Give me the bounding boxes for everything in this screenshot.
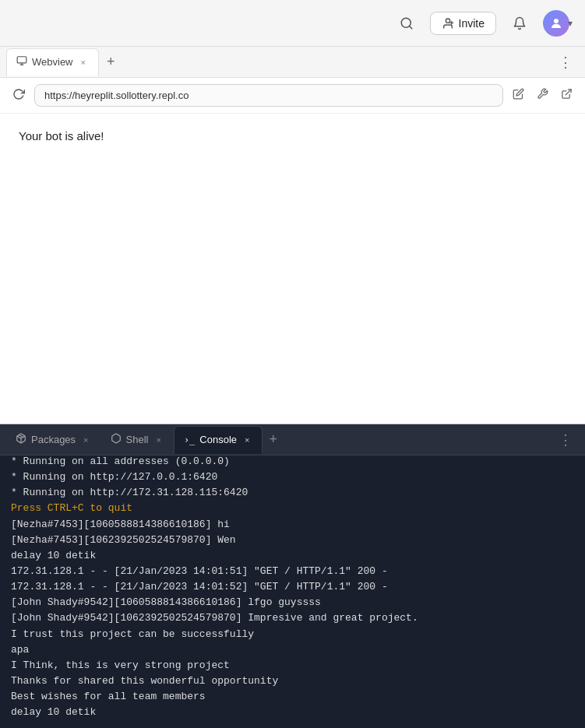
invite-button[interactable]: Invite [430, 12, 496, 35]
svg-point-2 [446, 19, 449, 23]
shell-tab-close[interactable]: × [153, 434, 164, 446]
svg-line-9 [566, 90, 571, 95]
webview-more-button[interactable]: ⋮ [552, 54, 579, 71]
terminal-line: I Think, this is very strong project [11, 658, 574, 673]
terminal-line: delay 10 detik [11, 548, 574, 564]
console-tab-close[interactable]: × [241, 434, 252, 446]
webview-tab-icon [16, 55, 27, 69]
terminal-line: 172.31.128.1 - - [21/Jan/2023 14:01:51] … [11, 564, 574, 579]
terminal-area: Packages × Shell × ›_ Console × + ⋮ [0, 424, 585, 728]
edit-url-button[interactable] [509, 85, 527, 106]
terminal-line: [John Shady#9542][1062392502524579870] I… [11, 610, 574, 626]
console-icon: ›_ [184, 434, 195, 445]
packages-tab-label: Packages [31, 434, 76, 445]
terminal-add-tab-button[interactable]: + [263, 426, 284, 454]
shell-icon [111, 433, 122, 446]
terminal-tab-shell[interactable]: Shell × [101, 426, 174, 454]
terminal-tab-packages[interactable]: Packages × [6, 426, 101, 454]
webview-panel: Webview × + ⋮ [0, 47, 585, 424]
refresh-button[interactable] [9, 85, 28, 107]
invite-label: Invite [459, 17, 485, 30]
svg-rect-6 [17, 57, 26, 63]
console-tab-label: Console [199, 434, 237, 445]
terminal-line: I trust this project can be successfully [11, 627, 574, 642]
terminal-line: * Running on http://127.0.0.1:6420 [11, 470, 574, 485]
user-chevron-icon: ▾ [568, 18, 573, 29]
packages-tab-close[interactable]: × [80, 434, 91, 446]
webview-tab[interactable]: Webview × [6, 48, 99, 76]
url-input[interactable] [34, 84, 503, 107]
avatar [543, 10, 569, 37]
terminal-line: 172.31.128.1 - - [21/Jan/2023 14:01:52] … [11, 579, 574, 595]
terminal-tab-console[interactable]: ›_ Console × [174, 426, 263, 454]
svg-line-10 [19, 434, 23, 437]
terminal-tab-bar: Packages × Shell × ›_ Console × + ⋮ [0, 424, 585, 455]
address-bar [0, 78, 585, 114]
tools-button[interactable] [534, 85, 552, 106]
terminal-console: * Running on all addresses (0.0.0.0) * R… [0, 455, 585, 728]
webview-tab-label: Webview [32, 56, 73, 68]
packages-icon [16, 433, 26, 446]
bell-button[interactable] [507, 11, 532, 36]
webview-tab-bar: Webview × + ⋮ [0, 47, 585, 78]
terminal-line: apa [11, 642, 574, 658]
terminal-line: delay 10 detik [11, 705, 574, 720]
webview-add-tab-button[interactable]: + [100, 48, 122, 76]
terminal-line: Press CTRL+C to quit [11, 501, 574, 516]
terminal-line: [John Shady#9542][1060588814386610186] l… [11, 595, 574, 610]
terminal-more-button[interactable]: ⋮ [552, 431, 579, 448]
terminal-line: Best wishes for all team members [11, 689, 574, 705]
top-header: Invite ▾ [0, 0, 585, 47]
bot-alive-text: Your bot is alive! [19, 129, 566, 142]
terminal-line: * Running on all addresses (0.0.0.0) [11, 455, 574, 470]
header-actions: Invite ▾ [394, 10, 573, 37]
search-button[interactable] [394, 11, 419, 36]
terminal-line: [Nezha#7453][1060588814386610186] hi [11, 517, 574, 533]
terminal-line: * Running on http://172.31.128.115:6420 [11, 485, 574, 501]
webview-tab-close[interactable]: × [78, 56, 89, 69]
terminal-line: [Nezha#7453][1062392502524579870] Wen [11, 533, 574, 548]
terminal-line: Thanks for shared this wonderful opportu… [11, 673, 574, 689]
user-menu[interactable]: ▾ [543, 10, 573, 37]
main-content: Webview × + ⋮ [0, 47, 585, 728]
open-external-button[interactable] [558, 85, 576, 106]
shell-tab-label: Shell [126, 434, 149, 445]
svg-point-5 [554, 19, 559, 23]
svg-line-1 [409, 26, 411, 28]
webview-content: Your bot is alive! [0, 114, 585, 424]
